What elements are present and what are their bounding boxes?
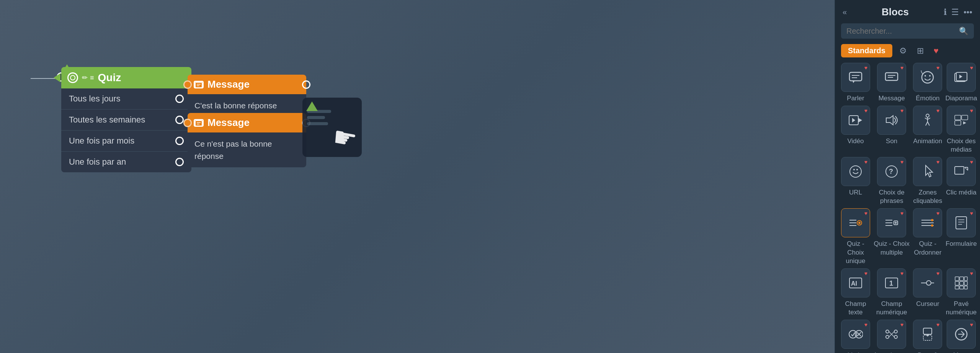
svg-point-64 [931,224,933,227]
quiz-output-port-1[interactable] [175,95,184,103]
block-quiz-multiple[interactable]: ♥ Quiz - Choix multiple [873,208,910,265]
message-good-icon [194,81,204,88]
block-choix-phrases[interactable]: ? ♥ Choix de phrases [873,157,910,205]
block-diaporama-heart: ♥ [970,65,973,71]
block-diaporama-icon: ♥ [947,63,976,92]
svg-rect-76 [960,277,964,281]
block-formulaire[interactable]: ♥ Formulaire [945,208,977,265]
block-parler[interactable]: ♥ Parler [841,63,870,103]
svg-text:AI: AI [851,280,857,287]
blocks-grid: ♥ Parler ♥ Message [835,61,980,353]
block-animation[interactable]: ♥ Animation [913,106,942,154]
filter-tab-grid[interactable]: ⊞ [914,44,927,57]
block-menu[interactable]: ♥ Menu [945,320,977,353]
block-clic-media[interactable]: ♥ Clic média [945,157,977,205]
message-bad-title: Message [207,117,250,129]
block-menu-heart: ♥ [970,322,973,328]
block-son-heart: ♥ [900,108,903,114]
block-curseur-label: Curseur [916,300,939,308]
svg-rect-45 [955,167,964,174]
block-zones-cliquables[interactable]: ♥ Zones cliquables [913,157,942,205]
block-url-heart: ♥ [864,159,867,165]
collapse-icon[interactable]: « [843,8,847,16]
block-clic-media-icon: ♥ [947,157,976,186]
more-icon[interactable]: ••• [964,7,972,17]
block-emotion-heart: ♥ [936,65,939,71]
block-vrai-faux-heart: ♥ [864,322,867,328]
svg-point-92 [894,330,897,333]
block-pave-numerique-heart: ♥ [970,270,973,276]
block-diaporama-label: Diaporama [945,94,977,103]
block-champ-numerique[interactable]: 1 ♥ Champ numérique [873,268,910,317]
quiz-option-3: Une fois par mois [61,131,191,152]
message-node-good[interactable]: Message C'est la bonne réponse [188,75,306,117]
block-pave-numerique[interactable]: ♥ Pavé numérique [945,268,977,317]
filter-tab-standards[interactable]: Standards [841,44,892,57]
quiz-node[interactable]: ✏ ≡ Quiz Tous les jours Toutes les semai… [61,67,191,172]
block-emotion[interactable]: ♥ Émotion [913,63,942,103]
svg-rect-6 [195,82,202,88]
block-parler-icon: ♥ [841,63,870,92]
block-vrai-faux-label: Vrai - Faux [841,351,870,353]
block-champ-texte-label: Champ texte [841,300,870,317]
block-drag-drop-icon: ♥ [913,320,942,349]
block-choix-phrases-label: Choix de phrases [873,188,910,205]
block-url[interactable]: ♥ URL [841,157,870,205]
block-appariement[interactable]: ♥ Appariement [873,320,910,353]
list-icon[interactable]: ☰ [951,7,959,17]
block-video[interactable]: ♥ Vidéo [841,106,870,154]
canvas[interactable]: ✏ ≡ Quiz Tous les jours Toutes les semai… [0,0,835,353]
quiz-title: Quiz [98,72,121,84]
search-input[interactable] [846,27,955,36]
svg-line-103 [961,334,964,337]
block-diaporama[interactable]: ♥ Diaporama [945,63,977,103]
block-champ-texte-icon: AI ♥ [841,268,870,297]
svg-point-63 [931,219,933,221]
filter-tab-favorites[interactable]: ♥ [931,44,942,57]
block-video-label: Vidéo [847,137,864,145]
block-champ-texte[interactable]: AI ♥ Champ texte [841,268,870,317]
block-zones-heart: ♥ [936,159,939,165]
quiz-output-port-4[interactable] [175,158,184,166]
quiz-header: ✏ ≡ Quiz [61,67,191,88]
svg-rect-38 [955,121,961,125]
message-bad-body: Ce n'est pas la bonne réponse [188,132,306,167]
block-vrai-faux[interactable]: ♥ Vrai - Faux [841,320,870,353]
block-formulaire-label: Formulaire [946,240,977,248]
block-drag-drop-label: Drag & Drop [913,351,942,353]
sidebar: « Blocs ℹ ☰ ••• 🔍 Standards ⚙ ⊞ ♥ [835,0,980,353]
svg-rect-77 [964,277,967,281]
svg-point-91 [886,335,889,338]
block-message[interactable]: ♥ Message [873,63,910,103]
quiz-triangle [54,73,60,82]
filter-tab-settings[interactable]: ⚙ [896,44,910,57]
info-icon[interactable]: ℹ [944,7,947,17]
filter-tabs: Standards ⚙ ⊞ ♥ [835,42,980,61]
quiz-output-port-3[interactable] [175,137,184,145]
svg-text:1: 1 [889,279,893,287]
search-bar[interactable]: 🔍 [841,23,974,39]
block-menu-icon: ♥ [947,320,976,349]
block-curseur[interactable]: ♥ Curseur [913,268,942,317]
svg-text:?: ? [889,168,893,175]
quiz-output-port-2[interactable] [175,116,184,124]
svg-rect-79 [960,281,964,285]
block-quiz-ordonner-heart: ♥ [936,210,939,216]
block-quiz-unique-icon: ♥ [841,208,870,237]
block-quiz-unique[interactable]: ♥ Quiz - Choix unique [841,208,870,265]
block-drag-drop[interactable]: ♥ Drag & Drop [913,320,942,353]
block-choix-phrases-heart: ♥ [900,159,903,165]
block-son[interactable]: ♥ Son [873,106,910,154]
svg-rect-17 [885,73,898,80]
message-good-output-port[interactable] [302,80,310,89]
quiz-option-4: Une fois par an [61,152,191,172]
block-quiz-ordonner[interactable]: ♥ Quiz - Ordonner [913,208,942,265]
svg-rect-78 [955,281,959,285]
block-choix-medias[interactable]: ♥ Choix des médias [945,106,977,154]
block-quiz-multiple-heart: ♥ [900,210,903,216]
svg-point-30 [926,114,929,117]
block-champ-numerique-icon: 1 ♥ [877,268,906,297]
block-quiz-unique-heart: ♥ [864,210,867,216]
message-node-bad[interactable]: Message Ce n'est pas la bonne réponse [188,113,306,167]
sidebar-title: Blocs [882,6,909,18]
